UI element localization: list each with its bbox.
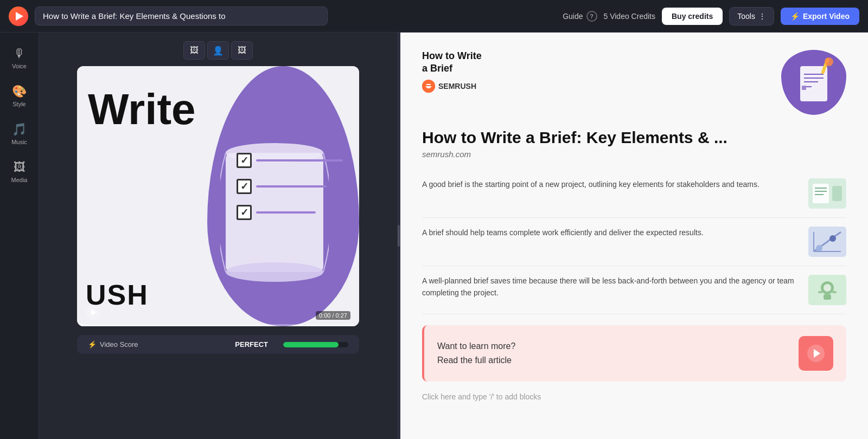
video-score-bar: ⚡ Video Score PERFECT [77,335,359,354]
content-text-2: A brief should help teams complete work … [422,227,800,238]
cta-block: Want to learn more? Read the full articl… [422,325,846,382]
content-row-1: A good brief is the starting point of a … [422,170,846,218]
semrush-logo: SEMRUSH [422,80,770,93]
video-panel: 🖼 👤 🖼 Write [39,33,397,439]
scrubber-fill [77,324,82,326]
svg-point-21 [829,235,836,242]
score-value: PERFECT [235,340,268,348]
article-source: semrush.com [422,150,846,159]
voice-icon: 🎙 [14,47,25,61]
content-thumb-1 [808,178,846,209]
sidebar-label-style: Style [12,101,25,107]
scrubber-bar[interactable] [77,324,359,326]
right-panel: How to Write a Brief SEMRUSH [400,33,868,439]
cta-line-1: Want to learn more? [437,339,515,353]
cta-icon-button[interactable] [799,336,833,371]
checklist-container: ✓ ✓ ✓ [237,109,343,220]
export-label: Export Video [803,12,850,21]
svg-rect-28 [818,291,822,293]
tools-label: Tools [737,12,755,21]
guide-icon: ? [586,11,597,22]
checkline-1 [256,159,343,162]
logo-button[interactable] [9,7,28,26]
article-pretitle: How to Write a Brief [422,50,770,75]
checkline-2 [256,185,327,188]
add-blocks-hint[interactable]: Click here and type '/' to add blocks [422,392,846,401]
topbar: Guide ? 5 Video Credits Buy credits Tool… [0,0,868,33]
guide-label: Guide [563,12,583,21]
score-bar-container [283,342,348,347]
article-thumbnail [781,50,846,115]
article-title-block: How to Write a Brief SEMRUSH [422,50,770,93]
checkbox-2: ✓ [237,179,252,194]
svg-point-20 [816,245,822,251]
sidebar-item-media[interactable]: 🖼 Media [3,155,36,189]
article-main-title: How to Write a Brief: Key Elements & ... [422,128,846,147]
topbar-right: Guide ? 5 Video Credits Buy credits Tool… [563,7,859,25]
svg-point-2 [226,262,323,282]
article-header: How to Write a Brief SEMRUSH [422,50,846,115]
video-content: Write ✓ [77,66,359,326]
title-input[interactable] [35,7,328,25]
checkbox-1: ✓ [237,153,252,168]
media-icon: 🖼 [14,160,25,175]
guide-button[interactable]: Guide ? [563,11,597,22]
image-toolbar: 🖼 👤 🖼 [183,41,253,60]
play-button[interactable] [86,305,101,320]
sidebar-label-voice: Voice [12,63,27,69]
semrush-icon [422,80,435,93]
sidebar-item-music[interactable]: 🎵 Music [3,117,36,151]
image-tool-2[interactable]: 👤 [207,41,229,60]
cta-text: Want to learn more? Read the full articl… [437,339,515,367]
main-content: 🎙 Voice 🎨 Style 🎵 Music 🖼 Media 🖼 👤 🖼 [0,33,868,439]
content-rows: A good brief is the starting point of a … [422,170,846,314]
svg-rect-27 [824,294,831,300]
svg-rect-29 [832,291,837,293]
svg-rect-13 [813,184,829,203]
music-icon: 🎵 [12,122,27,137]
score-label: ⚡ Video Score [88,340,138,348]
play-icon [91,309,97,315]
svg-point-26 [824,284,831,292]
score-bar-fill [283,342,339,347]
svg-rect-9 [802,86,806,90]
bolt-icon: ⚡ [790,12,800,21]
content-thumb-2 [808,227,846,257]
check-row-2: ✓ [237,179,343,194]
cta-line-2: Read the full article [437,353,515,367]
logo-icon [16,12,23,21]
video-frame: Write ✓ [77,66,359,326]
checkbox-3: ✓ [237,205,252,220]
checkline-3 [256,211,316,214]
content-text-3: A well-planned brief saves time because … [422,275,800,299]
content-row-2: A brief should help teams complete work … [422,218,846,266]
content-text-1: A good brief is the starting point of a … [422,178,800,190]
sidebar-item-style[interactable]: 🎨 Style [3,79,36,113]
content-row-3: A well-planned brief saves time because … [422,266,846,314]
tools-menu-icon: ⋮ [758,12,766,21]
video-time: 0:00 / 0:27 [316,311,350,320]
check-row-1: ✓ [237,153,343,168]
image-tool-3[interactable]: 🖼 [231,41,253,60]
sidebar-item-voice[interactable]: 🎙 Voice [3,41,36,75]
svg-point-11 [825,57,833,66]
check-row-3: ✓ [237,205,343,220]
panel-divider [397,33,400,439]
export-video-button[interactable]: ⚡ Export Video [781,8,859,25]
image-tool-1[interactable]: 🖼 [183,41,205,60]
sidebar-label-media: Media [11,177,28,183]
style-icon: 🎨 [12,85,27,99]
semrush-name: SEMRUSH [438,82,476,91]
credits-info: 5 Video Credits [604,12,655,21]
tools-button[interactable]: Tools ⋮ [729,7,774,25]
svg-point-31 [813,351,819,356]
content-thumb-3 [808,275,846,305]
bolt-score-icon: ⚡ [88,340,97,348]
sidebar-label-music: Music [11,139,27,145]
buy-credits-button[interactable]: Buy credits [662,8,723,25]
video-text-write: Write [88,88,196,131]
left-sidebar: 🎙 Voice 🎨 Style 🎵 Music 🖼 Media [0,33,39,439]
svg-rect-17 [832,186,842,201]
